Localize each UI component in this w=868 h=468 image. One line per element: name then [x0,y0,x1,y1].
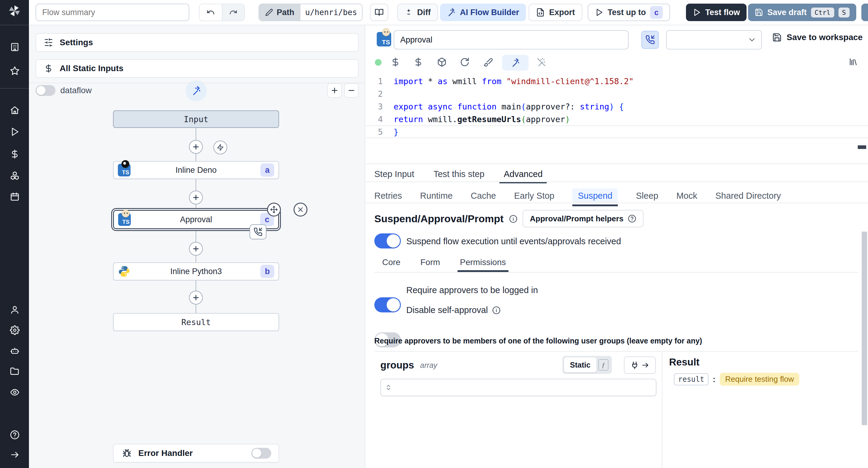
tab-runtime[interactable]: Runtime [420,191,453,201]
home-icon[interactable] [10,106,20,115]
expand-sidebar-icon[interactable] [10,450,20,460]
flow-node-result[interactable]: Result [113,313,279,331]
zoom-in-button[interactable] [327,83,342,98]
flow-node-input[interactable]: Input [113,110,279,128]
code-line[interactable]: 2 [366,87,868,100]
settings-icon[interactable] [10,325,20,335]
docs-button[interactable] [370,4,388,21]
insert-step-button[interactable] [189,191,203,204]
insert-step-button[interactable] [189,140,203,154]
move-step-button[interactable] [267,203,281,216]
tab-mock[interactable]: Mock [676,191,697,201]
groups-panel-top-border [374,351,858,352]
suspend-flow-toggle[interactable] [374,233,401,248]
error-handler-toggle[interactable] [251,448,271,459]
undo-button[interactable] [199,4,222,21]
code-line[interactable]: 4 return wmill.getResumeUrls(approver) [366,113,868,125]
add-variable-icon[interactable] [391,57,400,67]
code-line[interactable]: 1import * as wmill from "windmill-client… [366,75,868,87]
tab-step-input[interactable]: Step Input [374,169,414,179]
edit-path-button[interactable]: Path [259,4,301,21]
runs-icon[interactable] [10,127,20,137]
favorites-icon[interactable] [10,66,20,76]
variables-icon[interactable] [10,149,20,159]
ai-assist-off-icon[interactable] [536,57,546,67]
script-version-select[interactable] [666,30,762,50]
diff-button[interactable]: Diff [397,4,438,21]
test-up-to-step-badge[interactable]: c [650,6,663,19]
schedules-icon[interactable] [10,192,20,201]
workspace-icon[interactable] [10,42,20,52]
save-draft-button[interactable]: Save draft Ctrl S [748,4,856,21]
suspend-step-indicator[interactable] [250,224,267,239]
tab-retries[interactable]: Retries [374,191,402,201]
flow-summary-input[interactable] [36,4,189,21]
info-icon[interactable] [509,215,518,223]
resources-icon[interactable] [10,171,20,180]
zoom-out-button[interactable] [344,83,359,98]
format-brush-icon[interactable] [484,57,493,67]
tab-shared-directory[interactable]: Shared Directory [715,191,781,201]
insert-step-button[interactable] [189,242,203,256]
editor-divider [366,164,868,164]
info-icon[interactable] [492,306,501,315]
ai-flow-builder-button[interactable]: AI Flow Builder [440,4,526,21]
step-name-input[interactable] [394,30,629,50]
windmill-logo-icon[interactable] [7,4,22,18]
suspend-phone-button[interactable] [641,31,659,49]
tab-early-stop[interactable]: Early Stop [514,191,555,201]
test-flow-button[interactable]: Test flow [686,4,747,21]
package-icon[interactable] [437,57,447,67]
error-handler-row[interactable]: Error Handler [113,444,279,463]
audit-logs-icon[interactable] [10,387,20,397]
tab-core[interactable]: Core [382,258,401,267]
export-button[interactable]: Export [529,4,582,21]
connect-input-button[interactable] [624,356,656,374]
groups-input-field[interactable] [392,380,652,395]
workers-icon[interactable] [10,346,20,356]
tab-form[interactable]: Form [421,258,440,267]
javascript-segment[interactable]: ƒ [596,357,610,372]
add-trigger-button[interactable] [213,141,227,154]
code-editor[interactable]: 1import * as wmill from "windmill-client… [366,74,868,164]
suspend-subtabs: Core Form Permissions [382,258,506,267]
ai-assist-active-button[interactable] [502,55,529,70]
tab-cache[interactable]: Cache [471,191,496,201]
tab-advanced[interactable]: Advanced [504,169,542,179]
approval-helpers-button[interactable]: Approval/Prompt helpers [523,210,644,227]
test-up-to-button[interactable]: Test up to c [588,4,670,21]
all-static-inputs-row[interactable]: All Static Inputs [36,59,359,78]
ai-graph-wand-button[interactable] [186,80,207,101]
folders-icon[interactable] [10,367,20,376]
insert-step-button[interactable] [189,291,203,304]
path-label: Path [277,8,294,17]
save-to-workspace-button[interactable]: Save to workspace [772,33,863,42]
tab-permissions[interactable]: Permissions [460,258,506,267]
groups-input[interactable] [380,379,656,396]
flow-node-inline-python[interactable]: Inline Python3 b [113,262,279,281]
result-value-badge[interactable]: Require testing flow [720,373,799,386]
delete-step-button[interactable] [293,203,307,216]
code-line[interactable]: 5} [366,125,868,138]
tab-suspend[interactable]: Suspend [572,188,618,203]
reload-icon[interactable] [460,57,470,67]
diff-label: Diff [417,8,431,17]
dataflow-toggle[interactable] [36,85,56,96]
library-icon[interactable] [849,57,858,66]
add-resource-icon[interactable] [413,57,423,67]
panel-scrollbar[interactable] [862,232,867,425]
flow-settings-row[interactable]: Settings [36,33,359,52]
redo-button[interactable] [222,4,244,21]
suspend-heading-row: Suspend/Approval/Prompt [374,213,518,225]
user-icon[interactable] [10,305,20,315]
help-icon[interactable] [10,430,20,440]
require-login-toggle[interactable] [374,297,401,313]
path-value[interactable]: u/henri/bes [301,4,362,21]
deploy-button-partial[interactable] [861,4,868,21]
result-key-chip[interactable]: result [674,373,709,385]
tab-test-this-step[interactable]: Test this step [433,169,484,179]
code-line[interactable]: 3export async function main(approver?: s… [366,100,868,113]
static-segment[interactable]: Static [564,357,596,372]
flow-node-inline-deno[interactable]: TS Inline Deno a [113,161,279,179]
tab-sleep[interactable]: Sleep [636,191,658,201]
